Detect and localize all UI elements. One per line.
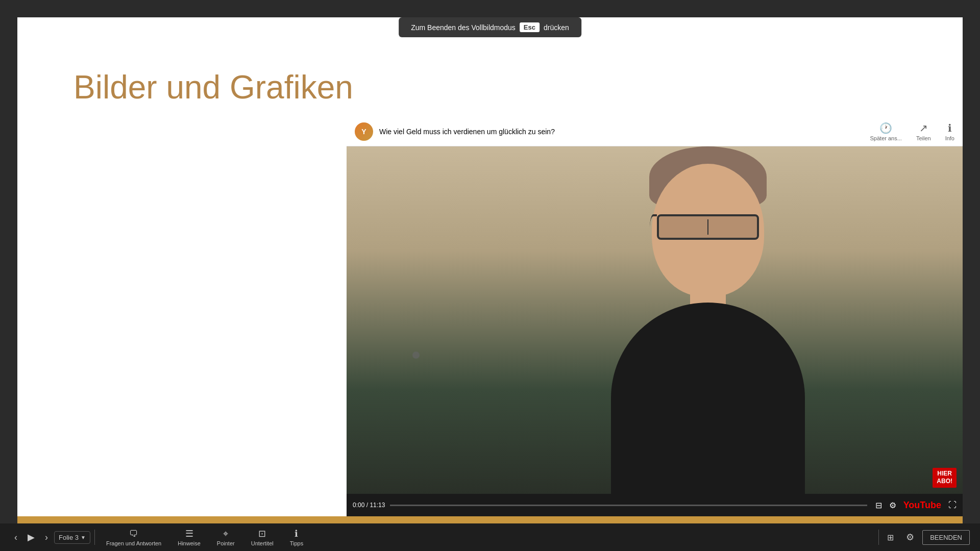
tips-label: Tipps — [290, 540, 304, 546]
layout-toggle-button[interactable]: ⊞ — [883, 530, 898, 545]
slide-title: Bilder und Grafiken — [74, 68, 353, 106]
beenden-button[interactable]: BEENDEN — [922, 530, 970, 545]
toolbar-tools: 🗨 Fragen und Antworten ☰ Hinweise ⌖ Poin… — [99, 526, 874, 548]
presenter-toolbar: ‹ ▶ › Folie 3 ▼ 🗨 Fragen und Antworten ☰… — [0, 523, 980, 551]
hier-abo-badge[interactable]: HIERABO! — [933, 468, 957, 488]
youtube-actions: 🕐 Später ans... ↗ Teilen ℹ Info — [870, 122, 954, 141]
play-button[interactable]: ▶ — [23, 529, 39, 546]
share-icon: ↗ — [919, 122, 928, 134]
prev-slide-button[interactable]: ‹ — [10, 529, 21, 546]
notes-tool[interactable]: ☰ Hinweise — [170, 526, 208, 548]
qa-label: Fragen und Antworten — [106, 540, 161, 546]
tips-icon: ℹ — [295, 528, 298, 539]
settings-icon[interactable]: ⚙ — [889, 500, 896, 510]
video-person — [575, 146, 841, 494]
esc-key-badge: Esc — [520, 22, 540, 32]
tooltip-text-before: Zum Beenden des Vollbildmodus — [411, 23, 516, 32]
youtube-info-button[interactable]: ℹ Info — [945, 122, 954, 141]
person-head — [652, 164, 764, 296]
toolbar-settings-button[interactable]: ⚙ — [902, 529, 918, 546]
slide-content: Bilder und Grafiken Y Wie viel Geld muss… — [17, 17, 963, 523]
pointer-tool[interactable]: ⌖ Pointer — [210, 527, 242, 548]
slide-indicator[interactable]: Folie 3 ▼ — [54, 531, 90, 544]
later-label: Später ans... — [870, 135, 902, 141]
slide-gold-bar — [17, 516, 963, 523]
youtube-time-current: 0:00 / 11:13 — [353, 502, 385, 509]
youtube-avatar: Y — [355, 122, 373, 141]
youtube-progress-area[interactable]: 0:00 / 11:13 — [353, 502, 867, 509]
subtitle-tool[interactable]: ⊡ Untertitel — [244, 526, 281, 548]
person-body — [611, 303, 805, 494]
tips-tool[interactable]: ℹ Tipps — [283, 526, 311, 548]
person-glasses — [657, 214, 759, 240]
toolbar-separator-2 — [878, 530, 879, 545]
tooltip-text-after: drücken — [544, 23, 569, 32]
youtube-share-button[interactable]: ↗ Teilen — [916, 122, 931, 141]
youtube-controls-right: ⊟ ⚙ YouTube ⛶ — [875, 500, 957, 511]
info-label: Info — [945, 135, 954, 141]
next-slide-button[interactable]: › — [41, 529, 52, 546]
info-icon: ℹ — [948, 122, 952, 134]
presentation-area: Bilder und Grafiken Y Wie viel Geld muss… — [17, 17, 963, 523]
notes-icon: ☰ — [185, 528, 193, 539]
clock-icon: 🕐 — [879, 122, 892, 134]
youtube-video-title: Wie viel Geld muss ich verdienen um glüc… — [379, 128, 864, 136]
subtitle-label: Untertitel — [251, 540, 274, 546]
subtitle-icon: ⊡ — [258, 528, 266, 539]
pointer-label: Pointer — [217, 540, 235, 546]
youtube-video[interactable]: HIERABO! — [347, 146, 963, 494]
slide-indicator-label: Folie 3 — [59, 534, 79, 541]
fullscreen-icon[interactable]: ⛶ — [948, 500, 957, 510]
notes-label: Hinweise — [178, 540, 201, 546]
youtube-progress-bar[interactable] — [390, 505, 867, 506]
qa-icon: 🗨 — [129, 529, 138, 539]
youtube-controls: 0:00 / 11:13 ⊟ ⚙ YouTube ⛶ — [347, 494, 963, 516]
youtube-later-button[interactable]: 🕐 Später ans... — [870, 122, 902, 141]
slide-indicator-chevron: ▼ — [81, 535, 86, 540]
youtube-overlay[interactable]: Y Wie viel Geld muss ich verdienen um gl… — [347, 117, 963, 516]
toolbar-separator-1 — [94, 530, 95, 545]
qa-tool[interactable]: 🗨 Fragen und Antworten — [99, 527, 168, 548]
pointer-icon: ⌖ — [223, 529, 228, 539]
toolbar-navigation: ‹ ▶ › Folie 3 ▼ — [10, 529, 90, 546]
youtube-header: Y Wie viel Geld muss ich verdienen um gl… — [347, 117, 963, 146]
fullscreen-tooltip: Zum Beenden des Vollbildmodus Esc drücke… — [399, 17, 581, 37]
youtube-logo: YouTube — [903, 500, 941, 511]
toolbar-right: ⊞ ⚙ BEENDEN — [883, 529, 970, 546]
share-label: Teilen — [916, 135, 931, 141]
subtitles-icon[interactable]: ⊟ — [875, 500, 882, 510]
